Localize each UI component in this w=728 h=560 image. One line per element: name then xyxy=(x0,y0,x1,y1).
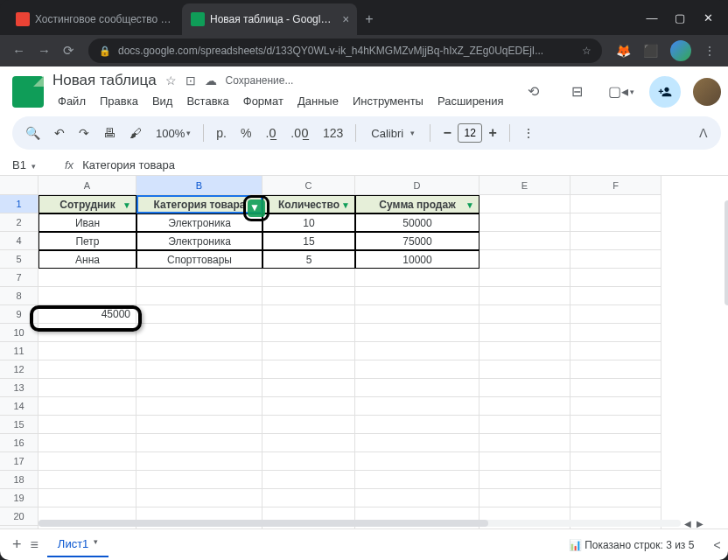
cell[interactable] xyxy=(480,250,570,269)
cell[interactable] xyxy=(38,434,136,452)
cell[interactable] xyxy=(570,287,662,305)
cell[interactable]: 15 xyxy=(262,232,355,250)
row-header[interactable]: 16 xyxy=(0,434,38,452)
col-header[interactable]: C xyxy=(262,176,355,195)
header-cell-selected[interactable]: Категория товара xyxy=(136,195,262,214)
forward-icon[interactable]: → xyxy=(38,43,51,59)
cell[interactable] xyxy=(262,287,355,305)
cell[interactable] xyxy=(480,452,570,471)
cell[interactable] xyxy=(38,471,136,489)
row-header[interactable]: 4 xyxy=(0,232,38,250)
cell[interactable] xyxy=(355,397,480,416)
cloud-icon[interactable]: ☁ xyxy=(205,74,217,88)
cell[interactable] xyxy=(262,397,355,416)
row-header[interactable]: 17 xyxy=(0,452,38,471)
cell[interactable] xyxy=(136,434,262,452)
cell[interactable] xyxy=(570,214,662,232)
cell[interactable] xyxy=(480,489,570,508)
cell[interactable] xyxy=(355,360,480,379)
col-header[interactable]: A xyxy=(38,176,136,195)
menu-view[interactable]: Вид xyxy=(147,91,178,111)
all-sheets-button[interactable]: ≡ xyxy=(31,537,38,553)
filter-icon[interactable]: ▼ xyxy=(340,199,352,211)
cell[interactable]: Электроника xyxy=(136,232,262,250)
cell[interactable] xyxy=(570,379,662,397)
cell[interactable] xyxy=(136,360,262,379)
cell[interactable]: 45000 xyxy=(38,305,136,324)
cell[interactable] xyxy=(262,305,355,324)
row-header[interactable]: 8 xyxy=(0,287,38,305)
sheet-tab[interactable]: Лист1▾ xyxy=(47,532,108,557)
ext-icon[interactable]: ⬛ xyxy=(643,44,658,58)
row-header[interactable]: 1 xyxy=(0,195,38,214)
cell[interactable]: Иван xyxy=(38,214,136,232)
cell[interactable] xyxy=(355,416,480,434)
star-icon[interactable]: ☆ xyxy=(165,74,177,88)
header-cell[interactable]: Количество▼ xyxy=(262,195,355,214)
cell[interactable] xyxy=(480,342,570,360)
cell[interactable] xyxy=(355,379,480,397)
new-tab-button[interactable]: + xyxy=(357,4,382,35)
cell[interactable] xyxy=(262,452,355,471)
header-cell[interactable]: Сумма продаж▼ xyxy=(355,195,480,214)
cell[interactable] xyxy=(262,434,355,452)
vertical-scrollbar[interactable] xyxy=(724,200,728,305)
menu-tools[interactable]: Инструменты xyxy=(347,91,429,111)
cell[interactable] xyxy=(570,434,662,452)
dec-decimal-button[interactable]: .0̲ xyxy=(261,122,281,144)
share-button[interactable] xyxy=(649,76,681,108)
row-header[interactable]: 7 xyxy=(0,269,38,287)
row-header[interactable]: 13 xyxy=(0,379,38,397)
scroll-right-icon[interactable]: ▶ xyxy=(695,519,705,528)
row-header[interactable]: 11 xyxy=(0,342,38,360)
cell[interactable] xyxy=(136,342,262,360)
cell[interactable] xyxy=(570,452,662,471)
close-icon[interactable]: ✕ xyxy=(702,11,714,24)
row-header[interactable]: 21 xyxy=(0,526,38,528)
minimize-icon[interactable]: — xyxy=(646,11,658,24)
format-number-button[interactable]: 123 xyxy=(318,122,347,144)
cell[interactable] xyxy=(355,287,480,305)
row-header[interactable]: 10 xyxy=(0,324,38,342)
cell[interactable] xyxy=(480,360,570,379)
cell[interactable] xyxy=(570,250,662,269)
menu-insert[interactable]: Вставка xyxy=(181,91,234,111)
cell[interactable] xyxy=(38,489,136,508)
cell[interactable] xyxy=(136,379,262,397)
col-header[interactable]: F xyxy=(570,176,662,195)
redo-icon[interactable]: ↷ xyxy=(74,122,94,144)
cell[interactable] xyxy=(570,195,662,214)
cell[interactable] xyxy=(355,452,480,471)
cell[interactable] xyxy=(480,269,570,287)
col-header[interactable]: D xyxy=(355,176,480,195)
cell[interactable] xyxy=(136,397,262,416)
row-header[interactable]: 12 xyxy=(0,360,38,379)
cell[interactable] xyxy=(480,434,570,452)
cell[interactable]: Электроника xyxy=(136,214,262,232)
cell[interactable] xyxy=(570,397,662,416)
inc-decimal-button[interactable]: .00̲ xyxy=(286,122,313,144)
cell[interactable] xyxy=(480,232,570,250)
cell[interactable] xyxy=(570,305,662,324)
paint-icon[interactable]: 🖌 xyxy=(125,122,146,144)
cell[interactable]: 5 xyxy=(262,250,355,269)
row-header[interactable]: 20 xyxy=(0,508,38,526)
font-select[interactable]: Calibri▾ xyxy=(364,127,422,140)
cell[interactable] xyxy=(480,379,570,397)
star-icon[interactable]: ☆ xyxy=(582,45,592,57)
cell[interactable] xyxy=(38,397,136,416)
url-input[interactable]: 🔒 docs.google.com/spreadsheets/d/133QY0W… xyxy=(88,38,602,63)
cell[interactable] xyxy=(355,324,480,342)
scroll-left-icon[interactable]: ◀ xyxy=(682,519,693,528)
profile-avatar[interactable] xyxy=(670,40,691,61)
cell[interactable] xyxy=(136,452,262,471)
cell[interactable] xyxy=(136,287,262,305)
close-tab-icon[interactable]: × xyxy=(342,12,348,26)
horizontal-scrollbar[interactable] xyxy=(38,520,681,527)
cell[interactable] xyxy=(480,397,570,416)
menu-icon[interactable]: ⋮ xyxy=(704,44,716,58)
print-icon[interactable]: 🖶 xyxy=(99,122,120,144)
cell[interactable] xyxy=(570,489,662,508)
select-all-corner[interactable] xyxy=(0,176,38,195)
cell[interactable] xyxy=(570,471,662,489)
